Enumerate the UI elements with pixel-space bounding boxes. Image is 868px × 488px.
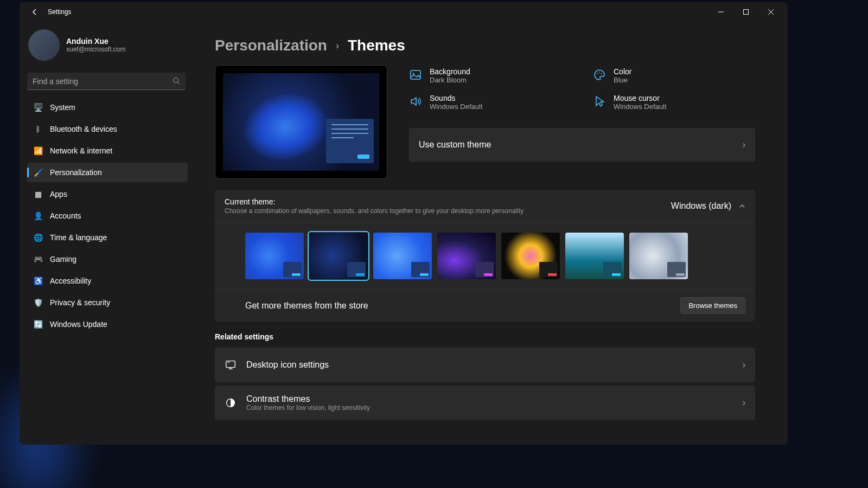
svg-rect-7 [226,361,235,368]
svg-point-1 [174,78,178,83]
breadcrumb-parent[interactable]: Personalization [215,37,327,54]
meta-background[interactable]: BackgroundDark Bloom [409,67,571,84]
nav-label: System [50,103,75,112]
meta-sounds[interactable]: SoundsWindows Default [409,94,571,111]
store-row: Get more themes from the store Browse th… [215,289,755,322]
nav-icon: 🖌️ [34,168,42,177]
nav-item-windows-update[interactable]: 🔄Windows Update [27,314,188,334]
chevron-right-icon: › [743,360,745,370]
theme-option-0[interactable] [245,233,304,279]
nav-label: Apps [50,190,67,198]
theme-option-2[interactable] [373,233,432,279]
chevron-up-icon [739,203,745,209]
nav-icon: 🎮 [34,255,42,264]
minimize-button[interactable] [709,2,733,22]
nav-label: Gaming [50,255,76,264]
svg-point-4 [597,73,598,74]
window-controls [709,2,783,22]
nav-icon: 👤 [34,211,42,220]
nav-label: Time & language [50,233,107,242]
nav-label: Accessibility [50,277,91,285]
nav-label: Network & internet [50,146,112,155]
nav-item-network-internet[interactable]: 📶Network & internet [27,141,188,160]
store-text: Get more themes from the store [245,301,368,311]
theme-option-4[interactable] [501,233,560,279]
nav-item-accounts[interactable]: 👤Accounts [27,206,188,226]
nav-label: Privacy & security [50,298,110,307]
nav-icon: 🖥️ [34,103,42,112]
desktop-icon-settings-row[interactable]: Desktop icon settings › [215,348,755,382]
maximize-icon [743,9,749,15]
nav-item-privacy-security[interactable]: 🛡️Privacy & security [27,293,188,312]
image-icon [409,68,422,81]
nav-label: Windows Update [50,320,107,329]
avatar [28,29,60,61]
nav-item-time-language[interactable]: 🌐Time & language [27,228,188,247]
contrast-sub: Color themes for low vision, light sensi… [246,404,370,412]
back-button[interactable] [24,2,46,22]
nav-list: 🖥️SystemᛒBluetooth & devices📶Network & i… [27,98,188,334]
related-heading: Related settings [215,332,755,341]
current-theme-header[interactable]: Current theme: Choose a combination of w… [215,190,755,222]
theme-grid [215,222,755,289]
nav-label: Accounts [50,211,81,220]
nav-item-gaming[interactable]: 🎮Gaming [27,249,188,269]
settings-window: Settings Anduin Xue xuef@microsoft.com 🖥… [20,2,788,445]
search-icon [173,77,180,85]
svg-point-5 [599,72,600,73]
nav-icon: ♿ [34,277,42,285]
nav-label: Bluetooth & devices [50,125,117,133]
use-custom-theme-button[interactable]: Use custom theme › [409,128,755,162]
breadcrumb: Personalization › Themes [215,37,755,54]
theme-option-3[interactable] [437,233,496,279]
nav-icon: 🌐 [34,233,42,242]
chevron-right-icon: › [743,140,745,150]
nav-icon: 📶 [34,146,42,155]
breadcrumb-current: Themes [348,37,405,54]
chevron-right-icon: › [743,398,745,408]
theme-option-6[interactable] [629,233,688,279]
nav-item-system[interactable]: 🖥️System [27,98,188,117]
current-theme-panel: Current theme: Choose a combination of w… [215,190,755,322]
current-theme-value: Windows (dark) [671,201,731,211]
window-title: Settings [48,8,71,16]
search-box [27,73,186,90]
theme-option-5[interactable] [565,233,624,279]
browse-themes-button[interactable]: Browse themes [680,297,745,314]
search-input[interactable] [27,73,186,90]
minimize-icon [718,9,724,15]
nav-label: Personalization [50,168,102,177]
contrast-themes-row[interactable]: Contrast themes Color themes for low vis… [215,386,755,420]
svg-point-6 [601,73,602,74]
close-button[interactable] [758,2,783,22]
theme-option-1[interactable] [309,233,368,279]
desktop-icon-label: Desktop icon settings [246,360,329,370]
contrast-label: Contrast themes [246,394,370,404]
meta-color[interactable]: ColorBlue [593,67,755,84]
back-arrow-icon [30,8,39,16]
sidebar: Anduin Xue xuef@microsoft.com 🖥️SystemᛒB… [20,22,193,445]
nav-item-personalization[interactable]: 🖌️Personalization [27,163,188,182]
profile-block[interactable]: Anduin Xue xuef@microsoft.com [27,29,188,61]
cursor-icon [593,95,606,108]
svg-rect-2 [411,70,420,79]
meta-cursor[interactable]: Mouse cursorWindows Default [593,94,755,111]
close-icon [768,9,774,15]
nav-item-bluetooth-devices[interactable]: ᛒBluetooth & devices [27,119,188,139]
nav-item-apps[interactable]: ▦Apps [27,184,188,204]
nav-icon: ᛒ [34,125,42,133]
svg-point-3 [413,73,414,75]
desktop-icon [225,359,237,371]
current-theme-title: Current theme: [225,197,524,206]
profile-email: xuef@microsoft.com [66,46,126,53]
theme-preview [215,65,387,179]
nav-icon: 🔄 [34,320,42,329]
chevron-right-icon: › [336,40,339,52]
maximize-button[interactable] [733,2,758,22]
profile-name: Anduin Xue [66,37,126,46]
use-custom-theme-label: Use custom theme [419,140,491,150]
contrast-icon [225,397,237,409]
current-theme-subtitle: Choose a combination of wallpapers, soun… [225,207,524,215]
svg-rect-0 [744,10,749,15]
nav-item-accessibility[interactable]: ♿Accessibility [27,271,188,291]
